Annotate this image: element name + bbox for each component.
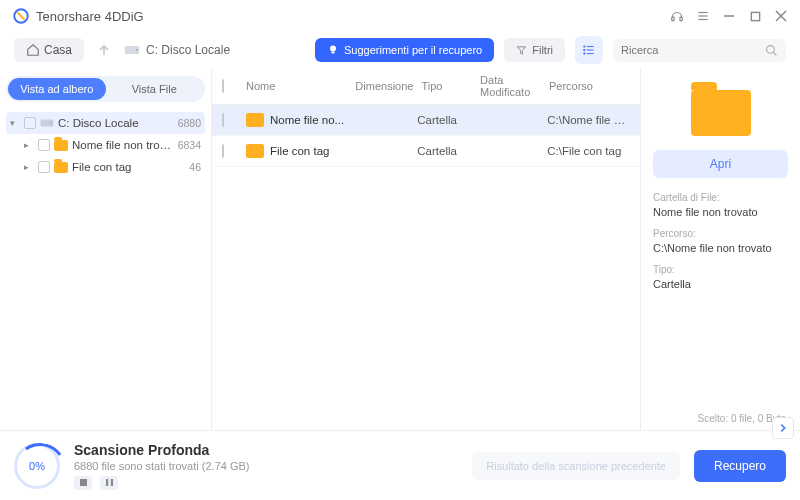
info-path-value: C:\Nome file non trovato <box>653 242 788 254</box>
tree-child-row[interactable]: ▸ File con tag 46 <box>20 156 205 178</box>
view-tree-option[interactable]: Vista ad albero <box>8 78 106 100</box>
svg-point-19 <box>584 53 585 54</box>
tree-child-label: Nome file non trovato <box>72 139 174 151</box>
th-dimension[interactable]: Dimensione <box>355 80 413 92</box>
svg-point-12 <box>330 46 336 52</box>
minimize-icon[interactable] <box>722 9 736 23</box>
folder-icon <box>246 113 264 127</box>
preview-folder-icon <box>691 90 751 136</box>
scan-subtitle: 6880 file sono stati trovati (2.74 GB) <box>74 460 458 472</box>
home-icon <box>26 43 40 57</box>
disk-icon <box>40 118 54 128</box>
stop-icon <box>80 479 87 486</box>
suggestions-button[interactable]: Suggerimenti per il recupero <box>315 38 494 62</box>
recover-button[interactable]: Recupero <box>694 450 786 482</box>
tree-disk-checkbox[interactable] <box>24 117 36 129</box>
info-folder-label: Cartella di File: <box>653 192 788 203</box>
table-row[interactable]: Nome file no... Cartella C:\Nome file no… <box>212 105 640 136</box>
disk-icon <box>124 44 140 56</box>
row-type: Cartella <box>417 145 469 157</box>
menu-icon[interactable] <box>696 9 710 23</box>
home-label: Casa <box>44 43 72 57</box>
search-input[interactable] <box>621 44 759 56</box>
filter-button[interactable]: Filtri <box>504 38 565 62</box>
info-type-label: Tipo: <box>653 264 788 275</box>
table-header-row: Nome Dimensione Tipo Data Modificato Per… <box>212 68 640 105</box>
filter-icon <box>516 45 527 56</box>
th-date[interactable]: Data Modificato <box>480 74 541 98</box>
previous-result-button: Risultato della scansione precedente <box>472 452 680 480</box>
breadcrumb-disk[interactable]: C: Disco Locale <box>124 43 230 57</box>
open-button[interactable]: Apri <box>653 150 788 178</box>
row-path: C:\File con tag <box>547 145 630 157</box>
maximize-icon[interactable] <box>748 9 762 23</box>
home-button[interactable]: Casa <box>14 38 84 62</box>
svg-point-11 <box>136 49 138 51</box>
pause-icon <box>106 479 113 486</box>
suggestions-label: Suggerimenti per il recupero <box>344 44 482 56</box>
lightbulb-icon <box>327 44 339 56</box>
tree-child-checkbox[interactable] <box>38 161 50 173</box>
tree-child-count: 6834 <box>178 139 201 151</box>
folder-icon <box>54 162 68 173</box>
tree-disk-row[interactable]: ▾ C: Disco Locale 6880 <box>6 112 205 134</box>
info-folder-value: Nome file non trovato <box>653 206 788 218</box>
nav-up-button[interactable] <box>94 43 114 57</box>
th-type[interactable]: Tipo <box>421 80 472 92</box>
breadcrumb-disk-label: C: Disco Locale <box>146 43 230 57</box>
scan-pause-button[interactable] <box>100 476 118 490</box>
svg-rect-26 <box>110 479 112 486</box>
support-icon[interactable] <box>670 9 684 23</box>
app-title: Tenorshare 4DDiG <box>36 9 144 24</box>
chevron-right-icon <box>779 423 787 433</box>
tree-child-row[interactable]: ▸ Nome file non trovato 6834 <box>20 134 205 156</box>
view-mode-button[interactable] <box>575 36 603 64</box>
row-name: Nome file no... <box>270 114 344 126</box>
svg-point-20 <box>767 45 775 53</box>
search-icon <box>765 44 778 57</box>
svg-line-21 <box>773 52 776 55</box>
table-row[interactable]: File con tag Cartella C:\File con tag <box>212 136 640 167</box>
tree-child-checkbox[interactable] <box>38 139 50 151</box>
list-icon <box>582 43 596 57</box>
caret-right-icon: ▸ <box>24 140 34 150</box>
row-name: File con tag <box>270 145 329 157</box>
tree-disk-label: C: Disco Locale <box>58 117 174 129</box>
view-toggle: Vista ad albero Vista File <box>6 76 205 102</box>
svg-point-23 <box>50 122 52 124</box>
svg-rect-7 <box>751 12 759 20</box>
caret-right-icon: ▸ <box>24 162 34 172</box>
row-path: C:\Nome file non t... <box>547 114 630 126</box>
info-path-label: Percorso: <box>653 228 788 239</box>
svg-rect-24 <box>80 479 87 486</box>
tree-child-label: File con tag <box>72 161 185 173</box>
th-path[interactable]: Percorso <box>549 80 630 92</box>
row-type: Cartella <box>417 114 469 126</box>
close-icon[interactable] <box>774 9 788 23</box>
caret-down-icon: ▾ <box>10 118 20 128</box>
tree-disk-count: 6880 <box>178 117 201 129</box>
th-name[interactable]: Nome <box>246 80 347 92</box>
svg-point-17 <box>584 46 585 47</box>
scan-stop-button[interactable] <box>74 476 92 490</box>
scan-title: Scansione Profonda <box>74 442 458 458</box>
search-box[interactable] <box>613 39 786 62</box>
scan-percent: 0% <box>29 460 45 472</box>
row-checkbox[interactable] <box>222 113 224 127</box>
svg-point-18 <box>584 49 585 50</box>
svg-rect-2 <box>680 17 682 21</box>
svg-rect-1 <box>672 17 674 21</box>
tree-child-count: 46 <box>189 161 201 173</box>
row-checkbox[interactable] <box>222 144 224 158</box>
app-logo-icon <box>12 7 30 25</box>
svg-rect-13 <box>332 52 335 54</box>
folder-icon <box>246 144 264 158</box>
view-file-option[interactable]: Vista File <box>106 78 204 100</box>
scan-progress-circle: 0% <box>14 443 60 489</box>
folder-icon <box>54 140 68 151</box>
svg-rect-25 <box>106 479 108 486</box>
info-type-value: Cartella <box>653 278 788 290</box>
select-all-checkbox[interactable] <box>222 79 224 93</box>
filter-label: Filtri <box>532 44 553 56</box>
expand-panel-button[interactable] <box>772 417 794 439</box>
